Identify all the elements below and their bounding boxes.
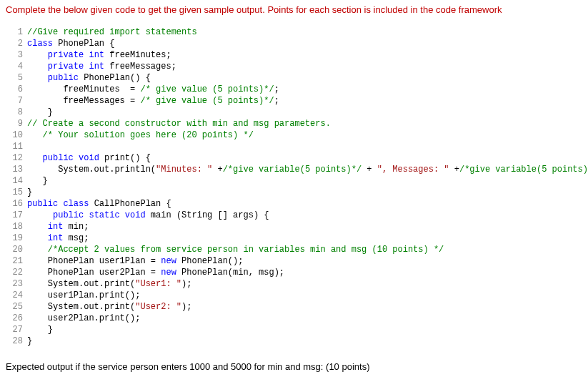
code-line: 22 PhonePlan user2Plan = new PhonePlan(m… [6, 267, 582, 278]
code-content: /*Accept 2 values from service person in… [27, 244, 582, 255]
code-content: freeMessages = /* give value (5 points)*… [27, 95, 582, 107]
line-number: 23 [6, 278, 27, 290]
code-line: 17 public static void main (String [] ar… [6, 210, 582, 221]
code-content: freeMinutes = /* give value (5 points)*/… [27, 84, 582, 95]
code-content: } [27, 324, 582, 336]
code-content: public class CallPhonePlan { [27, 198, 582, 210]
code-content: PhonePlan user2Plan = new PhonePlan(min,… [27, 267, 582, 278]
code-line: 28} [6, 336, 582, 347]
code-content: } [27, 187, 582, 198]
code-line: 24 user1Plan.print(); [6, 290, 582, 301]
code-line: 1//Give required import statements [6, 26, 582, 38]
line-number: 6 [6, 84, 27, 95]
line-number: 1 [6, 26, 27, 38]
code-line: 13 System.out.println("Minutes: " +/*giv… [6, 164, 582, 175]
code-line: 21 PhonePlan user1Plan = new PhonePlan()… [6, 255, 582, 267]
code-content: public static void main (String [] args)… [27, 210, 582, 221]
line-number: 17 [6, 210, 27, 221]
line-number: 28 [6, 336, 27, 347]
code-block: 1//Give required import statements2class… [6, 26, 582, 347]
code-line: 11 [6, 141, 582, 152]
line-number: 25 [6, 301, 27, 313]
code-line: 8 } [6, 107, 582, 118]
line-number: 27 [6, 324, 27, 336]
code-content: } [27, 107, 582, 118]
line-number: 24 [6, 290, 27, 301]
instruction-text: Complete the below given code to get the… [6, 4, 582, 15]
line-number: 22 [6, 267, 27, 278]
code-line: 25 System.out.print("User2: "); [6, 301, 582, 313]
code-content [27, 141, 582, 152]
code-line: 12 public void print() { [6, 152, 582, 164]
code-content: int msg; [27, 232, 582, 244]
code-content: System.out.print("User2: "); [27, 301, 582, 313]
expected-output: User1: Minutes: 0, Messages: 0 User2: Mi… [6, 378, 582, 382]
code-line: 27 } [6, 324, 582, 336]
line-number: 3 [6, 49, 27, 61]
line-number: 2 [6, 38, 27, 49]
code-content: } [27, 175, 582, 187]
code-content: // Create a second constructor with min … [27, 118, 582, 129]
code-content: user2Plan.print(); [27, 313, 582, 324]
line-number: 21 [6, 255, 27, 267]
code-line: 6 freeMinutes = /* give value (5 points)… [6, 84, 582, 95]
code-line: 4 private int freeMessages; [6, 61, 582, 72]
line-number: 16 [6, 198, 27, 210]
line-number: 5 [6, 72, 27, 84]
line-number: 7 [6, 95, 27, 107]
line-number: 11 [6, 141, 27, 152]
code-content: class PhonePlan { [27, 38, 582, 49]
code-content: PhonePlan user1Plan = new PhonePlan(); [27, 255, 582, 267]
code-content: //Give required import statements [27, 26, 582, 38]
expected-output-label: Expected output if the service person en… [6, 361, 582, 372]
code-content: /* Your solution goes here (20 points) *… [27, 129, 582, 141]
line-number: 13 [6, 164, 27, 175]
line-number: 18 [6, 221, 27, 232]
code-line: 10 /* Your solution goes here (20 points… [6, 129, 582, 141]
code-content: user1Plan.print(); [27, 290, 582, 301]
line-number: 10 [6, 129, 27, 141]
code-content: System.out.print("User1: "); [27, 278, 582, 290]
code-line: 20 /*Accept 2 values from service person… [6, 244, 582, 255]
code-content: } [27, 336, 582, 347]
code-content: private int freeMessages; [27, 61, 582, 72]
code-line: 15} [6, 187, 582, 198]
code-content: System.out.println("Minutes: " +/*give v… [27, 164, 588, 175]
code-line: 19 int msg; [6, 232, 582, 244]
line-number: 12 [6, 152, 27, 164]
code-line: 23 System.out.print("User1: "); [6, 278, 582, 290]
code-line: 14 } [6, 175, 582, 187]
code-line: 9// Create a second constructor with min… [6, 118, 582, 129]
line-number: 8 [6, 107, 27, 118]
code-line: 3 private int freeMinutes; [6, 49, 582, 61]
code-content: int min; [27, 221, 582, 232]
code-line: 2class PhonePlan { [6, 38, 582, 49]
line-number: 4 [6, 61, 27, 72]
code-line: 7 freeMessages = /* give value (5 points… [6, 95, 582, 107]
code-line: 16public class CallPhonePlan { [6, 198, 582, 210]
line-number: 26 [6, 313, 27, 324]
code-content: public void print() { [27, 152, 582, 164]
line-number: 14 [6, 175, 27, 187]
line-number: 20 [6, 244, 27, 255]
code-content: public PhonePlan() { [27, 72, 582, 84]
line-number: 15 [6, 187, 27, 198]
code-line: 18 int min; [6, 221, 582, 232]
code-line: 26 user2Plan.print(); [6, 313, 582, 324]
line-number: 9 [6, 118, 27, 129]
line-number: 19 [6, 232, 27, 244]
code-line: 5 public PhonePlan() { [6, 72, 582, 84]
code-content: private int freeMinutes; [27, 49, 582, 61]
